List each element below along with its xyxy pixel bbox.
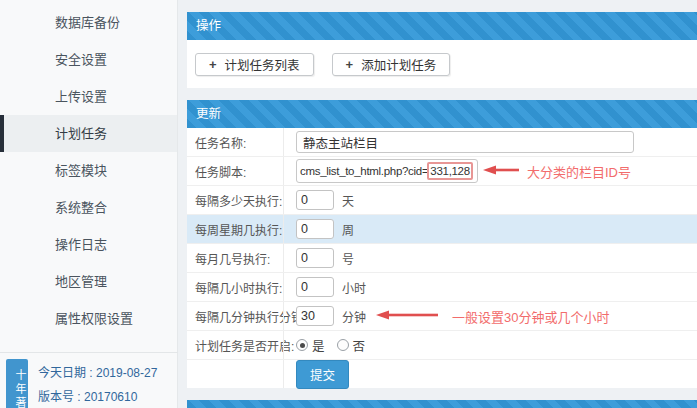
script-value-prefix: cms_list_to_html.php?cid= [300, 165, 428, 177]
plus-icon: + [346, 57, 354, 72]
sidebar-item-label: 地区管理 [55, 274, 107, 289]
sidebar-item-label: 数据库备份 [55, 15, 120, 30]
sidebar-item-标签模块[interactable]: 标签模块 [0, 152, 177, 189]
update-form: 任务名称:任务脚本:cms_list_to_html.php?cid=331,1… [187, 128, 697, 360]
field-label: 任务名称: [187, 134, 283, 151]
sidebar-item-label: 属性权限设置 [55, 311, 133, 326]
version-text: 版本号 : 20170610 [38, 385, 157, 408]
field-cell: 天 [283, 186, 697, 214]
interval-input[interactable] [296, 248, 334, 268]
form-row: 计划任务是否开启:是否 [187, 331, 697, 360]
field-label: 每隔多少天执行: [187, 192, 283, 209]
field-cell: 周 [283, 215, 697, 243]
submit-cell: 提交 [283, 360, 697, 388]
sidebar-item-label: 标签模块 [55, 163, 107, 178]
sidebar-item-label: 系统整合 [55, 200, 107, 215]
sidebar-item-系统整合[interactable]: 系统整合 [0, 189, 177, 226]
task-script-input[interactable]: cms_list_to_html.php?cid=331,128 [296, 159, 478, 183]
form-row: 任务脚本:cms_list_to_html.php?cid=331,128大分类… [187, 157, 697, 186]
button-label: 添加计划任务 [361, 55, 436, 74]
submit-button[interactable]: 提交 [296, 360, 349, 389]
radio-是[interactable] [296, 339, 308, 351]
update-panel-header: 更新 [187, 100, 697, 128]
unit-label: 小时 [342, 279, 366, 296]
red-arrow-icon [483, 162, 519, 180]
sidebar-item-地区管理[interactable]: 地区管理 [0, 263, 177, 300]
field-label: 计划任务是否开启: [187, 337, 283, 354]
sidebar-item-label: 安全设置 [55, 52, 107, 67]
form-row: 每隔多少天执行:天 [187, 186, 697, 215]
sidebar-menu: 数据库备份安全设置上传设置计划任务标签模块系统整合操作日志地区管理属性权限设置 [0, 0, 177, 337]
field-cell: 小时 [283, 273, 697, 301]
radio-否[interactable] [337, 339, 349, 351]
sidebar-item-上传设置[interactable]: 上传设置 [0, 78, 177, 115]
selected-indicator-bar [0, 115, 4, 152]
interval-input[interactable] [296, 277, 334, 297]
unit-label: 分钟 [342, 308, 366, 325]
sidebar-footer: 十年著名 今天日期 : 2019-08-27 版本号 : 20170610 [0, 353, 178, 408]
form-row: 任务名称: [187, 128, 697, 157]
field-label: 每月几号执行: [187, 250, 283, 267]
footer-info: 今天日期 : 2019-08-27 版本号 : 20170610 [38, 361, 157, 408]
bottom-panel-header [187, 400, 697, 408]
field-label: 任务脚本: [187, 163, 283, 180]
sidebar-item-操作日志[interactable]: 操作日志 [0, 226, 177, 263]
operation-panel-header: 操作 [187, 12, 697, 40]
计划任务列表-button[interactable]: +计划任务列表 [195, 53, 314, 76]
red-arrow-icon [376, 307, 438, 325]
operation-panel: 操作 +计划任务列表+添加计划任务 [187, 12, 697, 88]
sidebar-item-属性权限设置[interactable]: 属性权限设置 [0, 300, 177, 337]
sidebar-item-label: 上传设置 [55, 89, 107, 104]
operation-panel-body: +计划任务列表+添加计划任务 [187, 40, 697, 88]
field-label: 每周星期几执行: [187, 221, 283, 238]
form-row: 每隔几小时执行:小时 [187, 273, 697, 302]
submit-row-spacer [187, 360, 283, 388]
radio-option-label: 是 [312, 336, 325, 355]
brand-badge: 十年著名 [6, 359, 28, 408]
form-row: 每周星期几执行:周 [187, 215, 697, 244]
highlighted-id-value: 331,128 [427, 162, 472, 180]
unit-label: 天 [342, 192, 354, 209]
form-row: 每隔几分钟执行分钟:分钟一般设置30分钟或几个小时 [187, 302, 697, 331]
today-date-text: 今天日期 : 2019-08-27 [38, 361, 157, 385]
update-panel: 更新 任务名称:任务脚本:cms_list_to_html.php?cid=33… [187, 100, 697, 388]
plus-icon: + [209, 57, 217, 72]
radio-option-label: 否 [353, 336, 366, 355]
sidebar-item-数据库备份[interactable]: 数据库备份 [0, 4, 177, 41]
submit-row: 提交 [187, 360, 697, 388]
interval-input[interactable] [296, 219, 334, 239]
annotation-text: 大分类的栏目ID号 [527, 162, 631, 181]
task-name-input[interactable] [296, 131, 634, 153]
sidebar-item-label: 计划任务 [55, 126, 107, 141]
button-label: 计划任务列表 [225, 55, 300, 74]
bottom-panel [187, 400, 697, 408]
sidebar: 数据库备份安全设置上传设置计划任务标签模块系统整合操作日志地区管理属性权限设置 … [0, 0, 178, 408]
sidebar-item-计划任务[interactable]: 计划任务 [0, 115, 177, 152]
interval-input[interactable] [296, 190, 334, 210]
添加计划任务-button[interactable]: +添加计划任务 [332, 53, 451, 76]
page: 数据库备份安全设置上传设置计划任务标签模块系统整合操作日志地区管理属性权限设置 … [0, 0, 697, 408]
interval-input[interactable] [296, 306, 334, 326]
field-cell: cms_list_to_html.php?cid=331,128大分类的栏目ID… [283, 157, 697, 185]
unit-label: 号 [342, 250, 354, 267]
field-label: 每隔几小时执行: [187, 279, 283, 296]
unit-label: 周 [342, 221, 354, 238]
field-cell: 是否 [283, 331, 697, 359]
field-cell [283, 128, 697, 156]
field-label: 每隔几分钟执行分钟: [187, 308, 283, 325]
form-row: 每月几号执行:号 [187, 244, 697, 273]
field-cell: 号 [283, 244, 697, 272]
annotation-text: 一般设置30分钟或几个小时 [452, 307, 609, 326]
sidebar-item-label: 操作日志 [55, 237, 107, 252]
field-cell: 分钟一般设置30分钟或几个小时 [283, 302, 697, 330]
sidebar-item-安全设置[interactable]: 安全设置 [0, 41, 177, 78]
